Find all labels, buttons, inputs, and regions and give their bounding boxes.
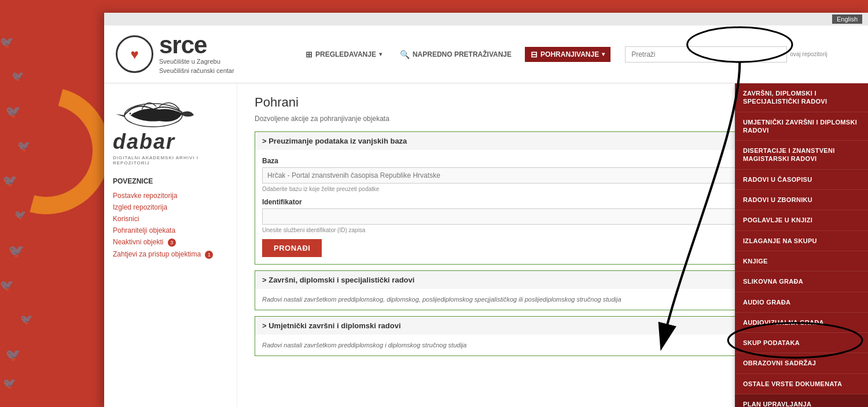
deposit-dropdown-menu: ZAVRŠNI, DIPLOMSKI I SPECIJALISTIČKI RAD…: [735, 83, 868, 407]
dropdown-item-obrazovni[interactable]: OBRAZOVNI SADRŽAJ: [735, 353, 868, 373]
sidebar-item-korisnici[interactable]: Korisnici: [113, 213, 228, 225]
logo-text-group: srce Sveučilište u Zagrebu Sveučilišni r…: [159, 33, 234, 75]
search-scope-label: ovaj repozitorij: [790, 51, 827, 57]
deposit-icon: ⊟: [531, 50, 538, 59]
content-area: dabar DIGITALNI AKADEMSKI ARHIVI I REPOZ…: [104, 83, 868, 407]
dropdown-item-audio[interactable]: AUDIO GRAĐA: [735, 292, 868, 313]
dropdown-item-knjige[interactable]: KNJIGE: [735, 251, 868, 272]
logo-sub-line1: Sveučilište u Zagrebu: [159, 57, 234, 66]
find-button[interactable]: PRONAĐI: [262, 239, 322, 257]
dropdown-item-disertacije[interactable]: DISERTACIJE I ZNANSTVENI MAGISTARSKI RAD…: [735, 141, 868, 170]
svg-point-2: [130, 113, 131, 115]
heart-icon: ♥: [130, 46, 138, 63]
logo-sub-line2: Sveučilišni računski centar: [159, 67, 234, 75]
sidebar-item-zahtjevi[interactable]: Zahtjevi za pristup objektima 1: [113, 248, 228, 261]
dropdown-item-izlaganje[interactable]: IZLAGANJE NA SKUPU: [735, 231, 868, 251]
browse-icon: ⊞: [306, 50, 312, 59]
nav-area: ⊞ PREGLEDAVANJE ▾ 🔍 NAPREDNO PRETRAŽIVAN…: [289, 46, 868, 63]
deposit-chevron-icon: ▾: [602, 51, 605, 57]
header: ♥ srce Sveučilište u Zagrebu Sveučilišni…: [104, 25, 868, 83]
sidebar-section-title: POVEZNICE: [113, 177, 228, 185]
logo-main-text: srce: [159, 33, 234, 57]
sidebar-item-postavke[interactable]: Postavke repozitorija: [113, 190, 228, 201]
dropdown-item-poglavlje[interactable]: POGLAVLJE U KNJIZI: [735, 210, 868, 230]
dabar-wordmark: dabar: [113, 130, 228, 154]
section-umjetnicki-title: > Umjetnički završni i diplomski radovi: [262, 321, 401, 330]
sidebar: dabar DIGITALNI AKADEMSKI ARHIVI I REPOZ…: [104, 83, 237, 407]
search-input[interactable]: [625, 46, 787, 63]
logo-area: ♥ srce Sveučilište u Zagrebu Sveučilišni…: [104, 33, 289, 75]
dropdown-item-slikovna[interactable]: SLIKOVNA GRAĐA: [735, 272, 868, 292]
nav-advanced-button[interactable]: 🔍 NAPREDNO PRETRAŽIVANJE: [395, 47, 516, 62]
neaktivni-label: Neaktivni objekti: [113, 238, 163, 246]
dropdown-item-plan[interactable]: PLAN UPRAVLJANJA ISTRAŽIVAČKIM PODACIMA: [735, 394, 868, 407]
dropdown-item-audiovizualna[interactable]: AUDIOVIZUALNA GRAĐA: [735, 313, 868, 333]
section-preuzimanje-title: > Preuzimanje podataka iz vanjskih baza: [262, 137, 407, 145]
main-wrapper: English ♥ srce Sveučilište u Zagrebu Sve…: [104, 13, 868, 407]
dabar-tagline: DIGITALNI AKADEMSKI ARHIVI I REPOZITORIJ: [113, 155, 228, 166]
zahtjevi-badge: 1: [205, 251, 213, 259]
sidebar-item-izgled[interactable]: Izgled repozitorija: [113, 201, 228, 213]
sidebar-item-neaktivni[interactable]: Neaktivni objekti 3: [113, 236, 228, 248]
nav-browse-button[interactable]: ⊞ PREGLEDAVANJE ▾: [301, 47, 387, 62]
main-content: Pohrani Dozvoljene akcije za pohranjivan…: [237, 83, 868, 407]
chevron-down-icon: ▾: [379, 51, 382, 57]
dabar-logo-img: dabar DIGITALNI AKADEMSKI ARHIVI I REPOZ…: [113, 95, 228, 166]
nav-browse-label: PREGLEDAVANJE: [315, 50, 376, 58]
dropdown-item-ostale[interactable]: OSTALE VRSTE DOKUMENATA: [735, 374, 868, 394]
dropdown-item-radovi-zborniku[interactable]: RADOVI U ZBORNIKU: [735, 190, 868, 210]
zahtjevi-label: Zahtjevi za pristup objektima: [113, 250, 201, 258]
section-zavrsni-title: > Završni, diplomski i specijalistički r…: [262, 276, 414, 284]
english-lang-button[interactable]: English: [832, 14, 862, 24]
search-area: ovaj repozitorij: [619, 46, 833, 63]
nav-deposit-button[interactable]: ⊟ POHRANJIVANJE ▾: [525, 47, 610, 62]
nav-advanced-label: NAPREDNO PRETRAŽIVANJE: [413, 50, 512, 58]
dabar-logo: dabar DIGITALNI AKADEMSKI ARHIVI I REPOZ…: [113, 95, 228, 166]
sidebar-item-pohranitelji[interactable]: Pohranitelji objekata: [113, 225, 228, 236]
neaktivni-badge: 3: [168, 239, 176, 247]
lang-bar: English: [104, 13, 868, 25]
nav-deposit-label: POHRANJIVANJE: [540, 50, 599, 58]
advanced-icon: 🔍: [400, 50, 410, 59]
srce-logo-icon: ♥: [116, 35, 153, 73]
dropdown-item-skup-podataka[interactable]: SKUP PODATAKA: [735, 333, 868, 353]
dropdown-item-zavrsni[interactable]: ZAVRŠNI, DIPLOMSKI I SPECIJALISTIČKI RAD…: [735, 83, 868, 112]
dropdown-item-radovi-casopisu[interactable]: RADOVI U ČASOPISU: [735, 170, 868, 190]
dropdown-item-umjetnicki[interactable]: UMJETNIČKI ZAVRŠNI I DIPLOMSKI RADOVI: [735, 112, 868, 141]
